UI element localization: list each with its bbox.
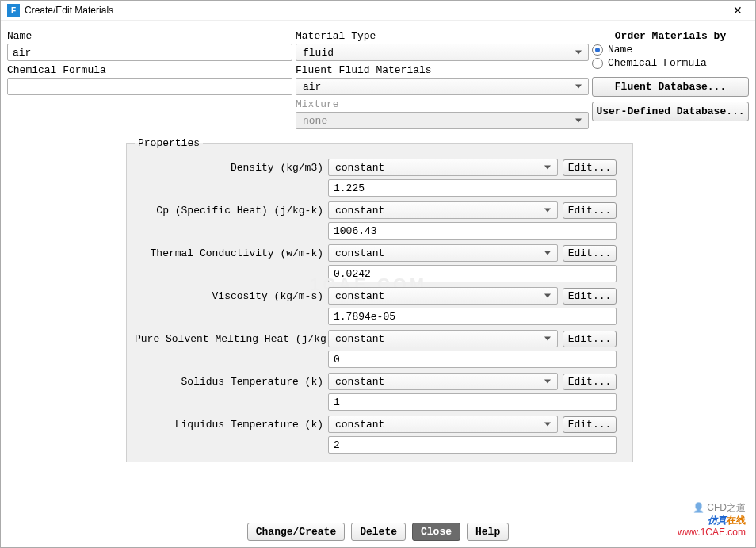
prop-method-combo[interactable]: constant <box>328 330 558 347</box>
name-label: Name <box>7 30 292 42</box>
prop-method-combo[interactable]: constant <box>328 416 558 433</box>
material-type-label: Material Type <box>296 30 589 42</box>
prop-label: Viscosity (kg/m-s) <box>135 290 323 302</box>
edit-button[interactable]: Edit... <box>563 416 617 433</box>
prop-value-input[interactable] <box>328 393 617 411</box>
edit-button[interactable]: Edit... <box>563 288 617 305</box>
mixture-label: Mixture <box>296 98 589 110</box>
change-create-button[interactable]: Change/Create <box>247 523 345 541</box>
formula-input[interactable] <box>7 78 292 95</box>
dialog-buttons: Change/Create Delete Close Help <box>1 523 755 541</box>
radio-icon <box>592 44 603 56</box>
prop-label: Liquidus Temperature (k) <box>135 419 323 431</box>
prop-label: Density (kg/m3) <box>135 162 323 174</box>
edit-button[interactable]: Edit... <box>563 374 617 390</box>
prop-value-input[interactable] <box>328 222 617 240</box>
fluid-materials-combo[interactable]: air <box>296 78 589 95</box>
prop-label: Thermal Conductivity (w/m-k) <box>135 247 323 259</box>
help-button[interactable]: Help <box>467 523 509 541</box>
mixture-combo: none <box>296 112 589 129</box>
prop-value-input[interactable] <box>328 308 617 325</box>
prop-label: Cp (Specific Heat) (j/kg-k) <box>135 205 323 217</box>
delete-button[interactable]: Delete <box>351 523 406 541</box>
prop-method-combo[interactable]: constant <box>328 244 558 262</box>
prop-label: Pure Solvent Melting Heat (j/kg) <box>135 333 323 345</box>
name-input[interactable] <box>7 44 292 61</box>
edit-button[interactable]: Edit... <box>563 331 617 347</box>
prop-value-input[interactable] <box>328 351 617 368</box>
prop-method-combo[interactable]: constant <box>328 201 558 219</box>
close-icon[interactable]: ✕ <box>727 4 749 17</box>
prop-value-input[interactable] <box>328 265 617 282</box>
properties-legend: Properties <box>135 137 203 149</box>
order-by-formula-label: Chemical Formula <box>608 57 707 69</box>
order-by-name-radio[interactable]: Name <box>592 44 749 56</box>
material-type-combo[interactable]: fluid <box>296 44 589 61</box>
user-defined-database-button[interactable]: User-Defined Database... <box>592 102 749 121</box>
edit-button[interactable]: Edit... <box>563 245 617 262</box>
fluid-materials-label: Fluent Fluid Materials <box>296 64 589 76</box>
watermark: 👤 CFD之道 仿真在线 www.1CAE.com <box>678 502 746 539</box>
title-bar: F Create/Edit Materials ✕ <box>1 1 755 21</box>
prop-value-input[interactable] <box>328 436 617 454</box>
prop-method-combo[interactable]: constant <box>328 159 558 176</box>
edit-button[interactable]: Edit... <box>563 159 617 176</box>
window-title: Create/Edit Materials <box>25 5 722 16</box>
prop-method-combo[interactable]: constant <box>328 373 558 390</box>
prop-label: Solidus Temperature (k) <box>135 376 323 388</box>
properties-group: Properties Density (kg/m3)constantEdit..… <box>126 137 633 462</box>
app-icon: F <box>7 4 20 17</box>
formula-label: Chemical Formula <box>7 64 292 76</box>
order-by-formula-radio[interactable]: Chemical Formula <box>592 57 749 69</box>
radio-icon <box>592 58 603 69</box>
prop-method-combo[interactable]: constant <box>328 287 558 305</box>
edit-button[interactable]: Edit... <box>563 202 617 219</box>
fluent-database-button[interactable]: Fluent Database... <box>592 77 749 97</box>
close-button[interactable]: Close <box>412 523 460 541</box>
order-by-name-label: Name <box>608 44 632 56</box>
order-by-label: Order Materials by <box>592 30 749 42</box>
prop-value-input[interactable] <box>328 179 617 197</box>
